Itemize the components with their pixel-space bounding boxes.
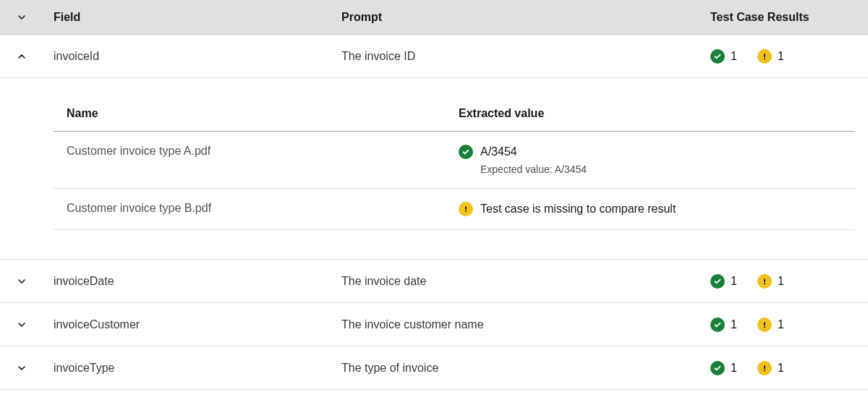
detail-row: Customer invoice type A.pdf A/3454 Expec… (54, 132, 855, 189)
chevron-down-icon (16, 276, 27, 287)
field-prompt: The invoice ID (333, 50, 702, 63)
status-success: 1 (710, 318, 737, 332)
status-success: 1 (710, 274, 737, 289)
status-warning: 1 (757, 318, 784, 332)
svg-rect-6 (764, 322, 765, 325)
status-success: 1 (710, 361, 737, 375)
warning-count: 1 (778, 318, 784, 331)
check-circle-icon (459, 145, 473, 159)
chevron-down-icon[interactable] (16, 12, 27, 23)
warning-circle-icon (757, 318, 772, 332)
status-warning: 1 (757, 274, 784, 289)
field-prompt: The type of invoice (333, 362, 702, 375)
warning-count: 1 (778, 275, 784, 288)
table-row[interactable]: invoiceId The invoice ID 1 1 (0, 35, 868, 78)
success-count: 1 (731, 362, 737, 375)
success-count: 1 (731, 275, 737, 288)
warning-circle-icon (757, 49, 772, 64)
detail-header: Name Extracted value (54, 95, 855, 132)
chevron-up-icon (16, 51, 27, 62)
svg-point-5 (764, 283, 765, 284)
status-warning: 1 (757, 49, 784, 64)
expand-toggle[interactable] (0, 276, 43, 287)
chevron-down-icon (16, 362, 27, 374)
status-success: 1 (710, 49, 737, 64)
field-results: 1 1 (702, 318, 868, 332)
svg-point-1 (764, 58, 765, 59)
field-results: 1 1 (702, 49, 868, 64)
svg-rect-0 (764, 54, 765, 57)
field-prompt: The invoice customer name (333, 318, 702, 331)
svg-point-7 (764, 326, 765, 328)
success-count: 1 (731, 50, 737, 63)
extracted-value: A/3454 (480, 145, 517, 158)
warning-circle-icon (757, 274, 772, 289)
svg-rect-8 (764, 365, 765, 369)
svg-rect-4 (764, 278, 765, 282)
expanded-panel: Name Extracted value Customer invoice ty… (0, 78, 868, 260)
svg-rect-2 (465, 206, 467, 210)
field-prompt: The invoice date (333, 275, 702, 288)
header-prompt: Prompt (333, 11, 702, 24)
expand-toggle[interactable] (0, 362, 43, 374)
svg-point-9 (764, 370, 765, 371)
field-name: invoiceType (43, 362, 333, 375)
field-results: 1 1 (702, 274, 868, 289)
header-field: Field (43, 11, 333, 24)
table-row[interactable]: invoiceCustomer The invoice customer nam… (0, 303, 868, 346)
field-name: invoiceId (43, 50, 333, 63)
check-circle-icon (710, 274, 725, 289)
warning-message: Test case is missing to compare result (480, 203, 676, 216)
table-row[interactable]: invoiceType The type of invoice 1 1 (0, 346, 868, 390)
expand-toggle[interactable] (0, 51, 43, 62)
warning-count: 1 (778, 50, 784, 63)
field-results: 1 1 (702, 361, 868, 375)
warning-count: 1 (778, 362, 784, 375)
detail-name: Customer invoice type B.pdf (54, 202, 459, 215)
detail-row: Customer invoice type B.pdf Test case is… (54, 189, 855, 230)
success-count: 1 (731, 318, 737, 331)
expected-value: Expected value: A/3454 (480, 163, 855, 175)
check-circle-icon (710, 361, 725, 375)
chevron-down-icon (16, 319, 27, 331)
check-circle-icon (710, 318, 725, 332)
table-header: Field Prompt Test Case Results (0, 0, 868, 35)
header-expand-col (0, 12, 43, 23)
field-name: invoiceCustomer (43, 318, 333, 331)
status-warning: 1 (757, 361, 784, 375)
warning-circle-icon (459, 202, 473, 216)
check-circle-icon (710, 49, 725, 64)
header-results: Test Case Results (702, 11, 868, 24)
detail-header-value: Extracted value (459, 107, 855, 120)
table-row[interactable]: invoiceDate The invoice date 1 1 (0, 260, 868, 303)
detail-name: Customer invoice type A.pdf (54, 145, 459, 158)
warning-circle-icon (757, 361, 772, 375)
expand-toggle[interactable] (0, 319, 43, 331)
svg-point-3 (465, 210, 467, 212)
detail-header-name: Name (54, 107, 459, 120)
field-name: invoiceDate (43, 275, 333, 288)
